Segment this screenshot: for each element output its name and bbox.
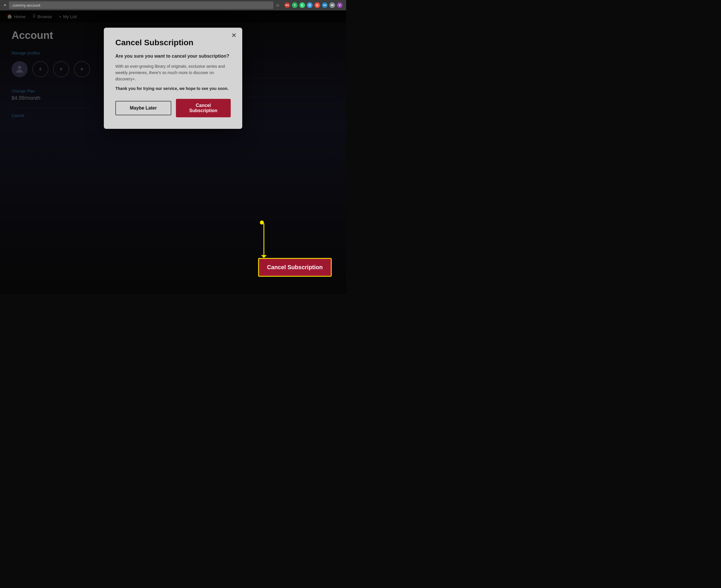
modal-buttons: Maybe Later Cancel Subscription	[115, 99, 231, 117]
app-background: 🏠 Home ⠿ Browse + My List Account Manage…	[0, 10, 346, 294]
ext-icon-7[interactable]: ✏	[329, 2, 335, 8]
address-bar[interactable]: .com/my-account	[9, 1, 273, 9]
ext-icon-3[interactable]: E	[300, 2, 305, 8]
ext-icon-8[interactable]: V	[337, 2, 343, 8]
ext-icon-5[interactable]: G	[314, 2, 320, 8]
cancel-subscription-modal: ✕ Cancel Subscription Are you sure you w…	[104, 28, 242, 129]
modal-close-button[interactable]: ✕	[231, 32, 236, 39]
modal-thank-you: Thank you for trying our service, we hop…	[115, 86, 231, 91]
maybe-later-button[interactable]: Maybe Later	[115, 101, 171, 115]
modal-question: Are you sure you want to cancel your sub…	[115, 53, 231, 59]
callout-box: Cancel Subscription	[258, 258, 332, 277]
callout-arrow-icon	[261, 224, 278, 258]
ext-icon-2[interactable]: Y	[292, 2, 297, 8]
modal-overlay: ✕ Cancel Subscription Are you sure you w…	[0, 10, 346, 294]
new-tab-button[interactable]: +	[3, 2, 7, 8]
address-text: .com/my-account	[12, 3, 40, 7]
browser-chrome: + .com/my-account ☆ M1 Y E D G 5d ✏ V	[0, 0, 346, 10]
callout-annotation: Cancel Subscription	[258, 258, 332, 277]
extension-icons: M1 Y E D G 5d ✏ V	[284, 2, 343, 8]
ext-icon-6[interactable]: 5d	[322, 2, 328, 8]
modal-body-text: With an ever-growing library of original…	[115, 63, 231, 82]
modal-title: Cancel Subscription	[115, 38, 231, 47]
callout-dot	[260, 220, 264, 225]
bookmark-icon[interactable]: ☆	[276, 3, 280, 8]
ext-icon-1[interactable]: M1	[284, 2, 290, 8]
ext-icon-4[interactable]: D	[307, 2, 313, 8]
svg-marker-2	[261, 255, 267, 258]
cancel-subscription-button[interactable]: Cancel Subscription	[176, 99, 231, 117]
callout-label: Cancel Subscription	[267, 264, 323, 270]
